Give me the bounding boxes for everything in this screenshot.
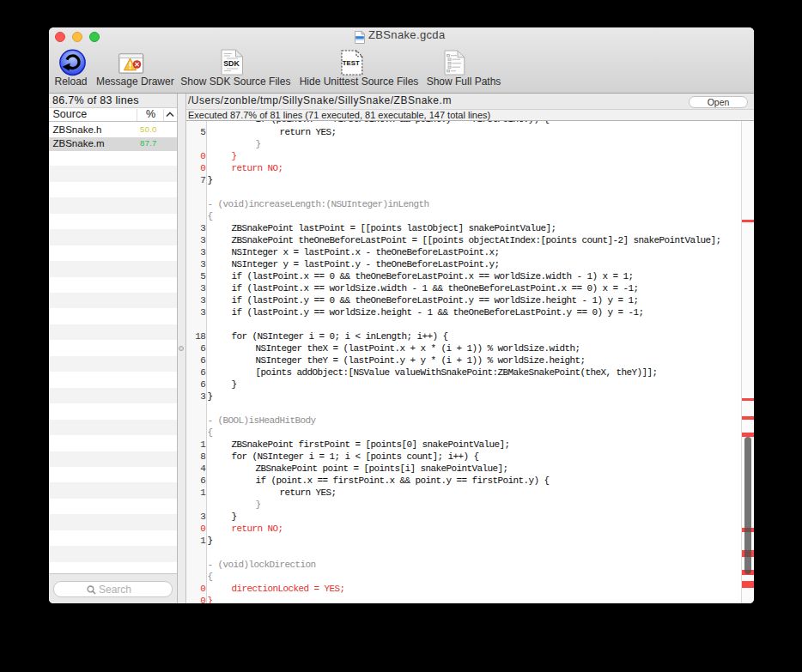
svg-text:TEST: TEST	[342, 59, 359, 67]
svg-text:SDK: SDK	[223, 59, 240, 68]
